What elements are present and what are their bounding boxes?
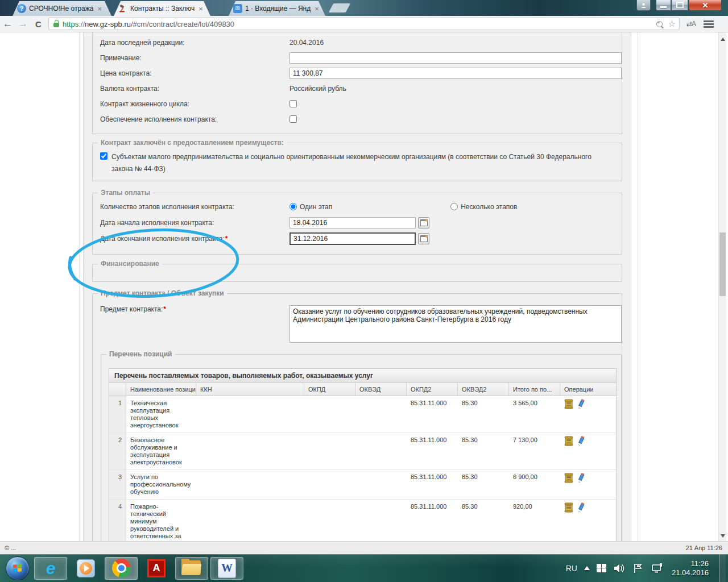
show-desktop-button[interactable] xyxy=(719,554,726,582)
position-total: 920,00 xyxy=(509,500,560,541)
browser-tab-2-active[interactable]: Контракты :: Заключ × xyxy=(114,1,210,16)
tab-close-icon[interactable]: × xyxy=(197,5,204,13)
taskbar-chrome-button[interactable] xyxy=(105,557,138,580)
scrollbar-thumb[interactable] xyxy=(719,232,726,296)
start-date-calendar-button[interactable] xyxy=(418,217,429,228)
url-separator: :// xyxy=(78,20,85,28)
page-viewport: Дата последней редакции: 20.04.2016 Прим… xyxy=(0,32,728,541)
edit-pencil-icon[interactable] xyxy=(577,502,586,513)
position-okpd2: 85.31.11.000 xyxy=(407,500,458,541)
browser-tab-3[interactable]: ✉ 1 · Входящие — Янд × xyxy=(229,1,325,16)
windows-taskbar: e A W RU 11:26 21.04.2016 xyxy=(0,554,728,582)
position-kkn xyxy=(196,470,304,499)
page-scrollbar[interactable] xyxy=(718,32,726,541)
tray-clock[interactable]: 11:26 21.04.2016 xyxy=(672,559,709,577)
edit-pencil-icon[interactable] xyxy=(577,473,586,484)
column-header-okpd[interactable]: ОКПД xyxy=(304,383,355,396)
positions-legend: Перечень позиций xyxy=(106,350,175,358)
address-bar[interactable]: https://new.gz-spb.ru/#cm/contract/creat… xyxy=(48,18,680,30)
window-restore-button[interactable] xyxy=(671,0,688,11)
subject-legend: Предмет контракта / Объект закупки xyxy=(98,289,227,297)
many-stages-radio[interactable] xyxy=(450,203,458,210)
tab-title: Контракты :: Заключ xyxy=(130,5,195,13)
reload-button[interactable]: C xyxy=(31,19,46,29)
column-header-name[interactable]: Наименование позиции xyxy=(126,383,196,396)
subject-label: Предмет контракта:* xyxy=(100,305,289,313)
column-header-okpd2[interactable]: ОКПД2 xyxy=(407,383,458,396)
bookmark-star-icon[interactable]: ☆ xyxy=(668,19,676,29)
get-windows10-flag-icon[interactable] xyxy=(597,564,607,573)
chrome-menu-icon[interactable] xyxy=(704,20,714,28)
url-text[interactable]: https://new.gz-spb.ru/#cm/contract/creat… xyxy=(63,20,652,28)
scroll-up-arrow-icon[interactable] xyxy=(721,38,725,41)
new-tab-button[interactable] xyxy=(329,3,351,13)
taskbar-file-explorer-button[interactable] xyxy=(175,557,208,580)
column-header-operations[interactable]: Операции xyxy=(560,383,616,396)
column-header-total[interactable]: Итого по по... xyxy=(509,383,560,396)
close-icon: ✕ xyxy=(702,1,709,10)
adobe-reader-icon: A xyxy=(147,559,166,577)
volume-icon[interactable] xyxy=(614,563,626,573)
position-total: 3 565,00 xyxy=(509,396,560,433)
tab1-favicon-icon: ? xyxy=(17,4,26,13)
subject-fieldset: Предмет контракта / Объект закупки Предм… xyxy=(92,293,622,541)
edit-pencil-icon[interactable] xyxy=(577,399,586,410)
position-okpd xyxy=(304,470,355,499)
end-date-input-focused[interactable] xyxy=(289,232,416,245)
network-icon[interactable] xyxy=(650,563,664,573)
start-date-input[interactable] xyxy=(289,217,416,228)
row-number: 2 xyxy=(109,433,126,469)
forward-button[interactable]: → xyxy=(15,18,31,30)
advantages-checkbox-label: Субъектам малого предпринимательства и с… xyxy=(111,151,614,175)
tab-close-icon[interactable]: × xyxy=(96,5,103,13)
position-okved2: 85.30 xyxy=(458,433,509,469)
contract-form-panel: Дата последней редакции: 20.04.2016 Прим… xyxy=(83,32,631,541)
column-header-okved2[interactable]: ОКВЭД2 xyxy=(458,383,509,396)
scroll-down-arrow-icon[interactable] xyxy=(721,534,725,538)
characteristics-scroll-icon[interactable] xyxy=(564,473,574,484)
tab2-gavel-favicon-icon xyxy=(118,4,127,13)
show-hidden-icons-button[interactable] xyxy=(584,566,590,570)
lifecycle-checkbox[interactable] xyxy=(289,100,297,107)
position-total: 6 900,00 xyxy=(509,470,560,499)
position-name: Услуги по профессиональному обучению xyxy=(126,470,196,499)
subject-textarea[interactable]: Оказание услуг по обучению сотрудников о… xyxy=(289,305,622,343)
advantages-checkbox[interactable] xyxy=(100,152,107,160)
taskbar-internet-explorer-button[interactable]: e xyxy=(34,557,67,580)
page-zoom-icon[interactable] xyxy=(656,21,663,27)
characteristics-scroll-icon[interactable] xyxy=(564,436,574,447)
translate-icon[interactable]: ⇄A xyxy=(686,20,696,28)
browser-tab-1[interactable]: ? СРОЧНО!Не отража × xyxy=(13,1,111,16)
chrome-icon xyxy=(112,559,131,577)
end-date-calendar-button[interactable] xyxy=(418,233,429,244)
table-row: 4 Пожарно-технический минимум руководите… xyxy=(109,500,616,541)
one-stage-radio[interactable] xyxy=(289,203,297,210)
tab-close-icon[interactable]: × xyxy=(313,5,320,13)
window-close-button[interactable]: ✕ xyxy=(689,0,722,11)
system-tray: RU 11:26 21.04.2016 xyxy=(566,554,728,582)
footer-server-time: 21 Апр 11:26 xyxy=(686,544,722,551)
enforcement-checkbox[interactable] xyxy=(289,115,297,123)
characteristics-scroll-icon[interactable] xyxy=(564,502,574,513)
taskbar-word-button[interactable]: W xyxy=(210,557,243,580)
screen: { "browser": { "tabs": [ {"title": "СРОЧ… xyxy=(0,0,728,582)
position-okved2: 85.30 xyxy=(458,500,509,541)
profile-button[interactable] xyxy=(636,0,651,11)
edit-pencil-icon[interactable] xyxy=(577,436,586,447)
positions-grid: Перечень поставляемых товаров, выполняем… xyxy=(109,368,617,541)
start-button[interactable] xyxy=(6,556,30,580)
position-okved xyxy=(355,500,407,541)
taskbar-adobe-reader-button[interactable]: A xyxy=(140,557,173,580)
note-input[interactable] xyxy=(289,52,622,64)
column-header[interactable] xyxy=(109,383,126,396)
action-center-flag-icon[interactable] xyxy=(633,563,643,573)
column-header-okved[interactable]: ОКВЭД xyxy=(355,383,407,396)
price-input[interactable] xyxy=(289,68,622,79)
taskbar-media-player-button[interactable] xyxy=(69,557,102,580)
back-button[interactable]: ← xyxy=(0,18,15,30)
window-minimize-button[interactable] xyxy=(656,0,671,11)
column-header-kkn[interactable]: ККН xyxy=(196,383,304,396)
language-indicator[interactable]: RU xyxy=(566,564,577,573)
required-asterisk: * xyxy=(163,305,166,313)
characteristics-scroll-icon[interactable] xyxy=(564,399,574,410)
